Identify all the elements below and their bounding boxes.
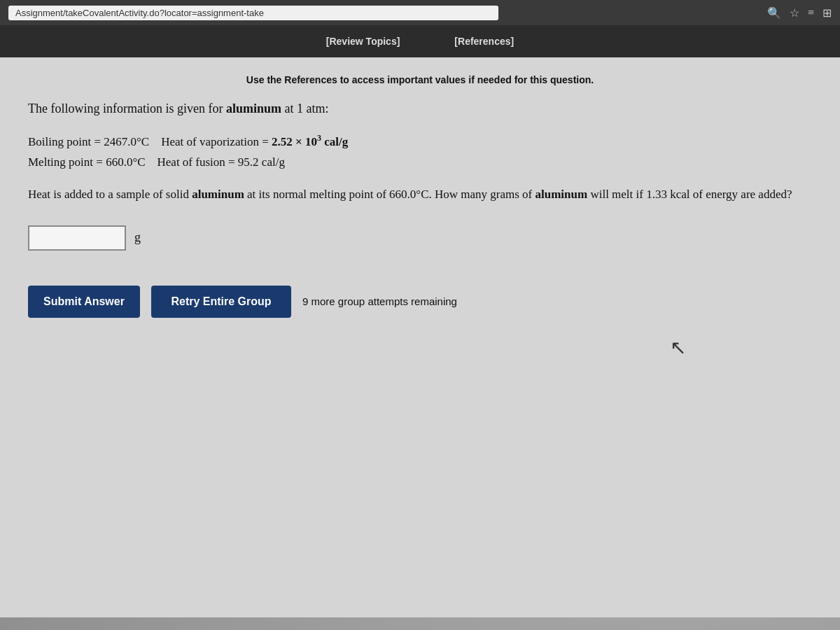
- nav-bar: [Review Topics] [References]: [0, 25, 840, 57]
- retry-entire-group-button[interactable]: Retry Entire Group: [151, 286, 291, 318]
- cursor-arrow: ↖: [670, 336, 686, 359]
- menu-icon[interactable]: ≡: [808, 6, 814, 20]
- boiling-point-row: Boiling point = 2467.0°C Heat of vaporiz…: [28, 131, 812, 153]
- answer-row: g: [28, 225, 812, 251]
- answer-input[interactable]: [28, 225, 126, 251]
- search-icon[interactable]: 🔍: [767, 6, 781, 20]
- url-bar[interactable]: Assignment/takeCovalentActivity.do?locat…: [8, 6, 498, 20]
- bookmark-icon[interactable]: ☆: [790, 6, 799, 20]
- browser-bar: Assignment/takeCovalentActivity.do?locat…: [0, 0, 840, 25]
- heat-vaporization-label: Heat of vaporization =: [161, 135, 272, 148]
- data-table: Boiling point = 2467.0°C Heat of vaporiz…: [28, 131, 812, 172]
- review-topics-link[interactable]: [Review Topics]: [320, 32, 407, 50]
- melting-point-row: Melting point = 660.0°C Heat of fusion =…: [28, 153, 812, 173]
- melting-point-value: 660.0°C: [106, 155, 145, 169]
- heat-vaporization-value: 2.52 × 103 cal/g: [272, 135, 348, 148]
- question-intro: The following information is given for a…: [28, 99, 812, 118]
- question-area: Use the References to access important v…: [0, 57, 840, 617]
- buttons-row: Submit Answer Retry Entire Group 9 more …: [28, 286, 812, 318]
- references-link[interactable]: [References]: [448, 32, 520, 50]
- question-text: Heat is added to a sample of solid alumi…: [28, 185, 812, 204]
- references-note: Use the References to access important v…: [28, 74, 812, 85]
- content-area: [Review Topics] [References] Use the Ref…: [0, 25, 840, 617]
- window-icon[interactable]: ⊞: [822, 6, 832, 20]
- heat-fusion-label: Heat of fusion =: [158, 155, 238, 169]
- boiling-point-label: Boiling point =: [28, 135, 104, 148]
- browser-icons: 🔍 ☆ ≡ ⊞: [767, 6, 832, 20]
- attempts-remaining-text: 9 more group attempts remaining: [302, 295, 457, 307]
- boiling-point-value: 2467.0°C: [104, 135, 149, 148]
- melting-point-label: Melting point =: [28, 155, 106, 169]
- heat-fusion-value: 95.2 cal/g: [238, 155, 285, 169]
- submit-answer-button[interactable]: Submit Answer: [28, 286, 140, 318]
- unit-label: g: [134, 230, 141, 245]
